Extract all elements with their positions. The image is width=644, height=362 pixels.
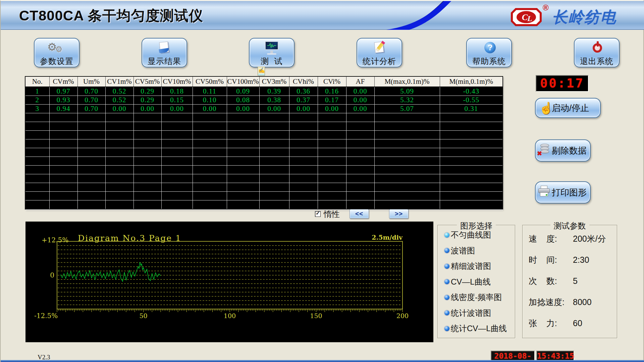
results-table-wrap: No.CVm%Um%CV1m%CV5m%CV10m%CV50m%CV100m%C… — [25, 76, 502, 209]
remove-data-button[interactable]: ✖ 剔除数据 — [535, 139, 591, 162]
graph-option-7[interactable]: 统计CV—L曲线 — [444, 323, 507, 334]
graph-option-4[interactable]: CV—L曲线 — [444, 277, 491, 287]
start-stop-button[interactable]: ☝ 启动/停止 — [535, 98, 601, 118]
table-cell — [227, 122, 259, 131]
print-graphics-button[interactable]: 打印图形 — [535, 181, 591, 203]
table-cell — [259, 192, 289, 200]
test-button[interactable]: 测 试 — [249, 38, 294, 67]
table-cell — [259, 157, 289, 166]
column-header: CVi% — [318, 76, 346, 87]
exit-system-button[interactable]: 退出系统 — [574, 38, 620, 67]
table-cell — [440, 113, 503, 122]
table-cell — [227, 174, 259, 183]
table-cell: 5.07 — [374, 105, 440, 113]
table-cell — [193, 113, 227, 122]
table-cell: 0.31 — [440, 105, 503, 113]
table-cell: 0.00 — [289, 105, 318, 113]
table-cell — [77, 157, 105, 166]
param-value: 2:30 — [573, 255, 589, 265]
inertia-checkbox[interactable]: ✓ — [315, 211, 321, 217]
table-cell — [259, 113, 289, 122]
table-cell — [25, 148, 49, 157]
table-cell: 1 — [25, 87, 49, 96]
table-cell: 0.16 — [318, 87, 346, 96]
table-cell — [77, 200, 105, 209]
column-header: CV3m% — [259, 76, 289, 87]
graph-option-6[interactable]: 统计波谱图 — [444, 308, 491, 318]
graph-option-3[interactable]: 精细波谱图 — [444, 261, 491, 271]
checkmark-icon: ✓ — [316, 210, 320, 216]
table-row[interactable]: 10.970.700.520.290.180.110.090.390.360.1… — [25, 87, 503, 96]
graph-option-2[interactable]: 波谱图 — [444, 246, 475, 256]
table-row[interactable]: 30.940.700.000.000.000.000.000.000.000.0… — [25, 105, 503, 113]
table-cell — [25, 183, 49, 192]
table-row[interactable]: 20.930.700.520.290.150.100.080.380.370.1… — [25, 96, 503, 105]
table-cell: 0.11 — [193, 87, 227, 96]
toolbar-button-label: 退出系统 — [575, 56, 619, 67]
parameter-settings-button[interactable]: ⚙⚙参数设置 — [34, 38, 79, 67]
table-cell — [105, 148, 133, 157]
table-cell: 0.97 — [49, 87, 77, 96]
param-value: 8000 — [573, 297, 592, 307]
table-cell — [374, 157, 440, 166]
table-cell — [193, 148, 227, 157]
table-cell — [318, 166, 346, 174]
company-emblem-icon: C L — [511, 8, 542, 26]
help-system-button[interactable]: ?帮助系统 — [466, 38, 512, 67]
column-header: Um% — [77, 76, 105, 87]
table-cell — [77, 192, 105, 200]
table-cell — [105, 131, 133, 139]
graph-option-1[interactable]: 不匀曲线图 — [444, 230, 491, 240]
svg-text:50: 50 — [139, 312, 147, 319]
power-icon — [575, 40, 619, 56]
page-title: CT800CA 条干均匀度测试仪 — [19, 6, 203, 25]
counter-led-display: 00:17 — [536, 75, 589, 92]
table-cell — [374, 113, 440, 122]
table-cell: -0.43 — [440, 87, 503, 96]
next-page-button[interactable]: >> — [389, 209, 409, 219]
param-label: 加捻速度: — [529, 297, 572, 308]
statistical-analysis-button[interactable]: 统计分析 — [357, 38, 402, 67]
svg-text:150: 150 — [310, 312, 322, 319]
table-cell — [49, 183, 77, 192]
inertia-label: 惰性 — [324, 209, 340, 220]
table-cell — [374, 200, 440, 209]
table-cell — [259, 139, 289, 148]
table-cell — [259, 174, 289, 183]
table-cell — [193, 131, 227, 139]
table-cell — [161, 113, 193, 122]
bottom-accent-strip — [1, 360, 644, 362]
table-cell — [346, 122, 374, 131]
table-cell: 5.32 — [374, 96, 440, 105]
table-cell: 0.00 — [161, 105, 193, 113]
table-cell: 0.00 — [346, 96, 374, 105]
column-header: CV50m% — [193, 76, 227, 87]
table-cell — [161, 183, 193, 192]
table-cell — [259, 122, 289, 131]
table-cell — [193, 200, 227, 209]
table-cell — [193, 139, 227, 148]
graph-option-5[interactable]: 线密度-频率图 — [444, 292, 502, 302]
table-cell — [133, 157, 161, 166]
results-icon — [142, 40, 186, 56]
test-param-row: 速 度:200米/分 — [529, 233, 612, 244]
table-row-empty — [25, 192, 503, 200]
table-cell — [289, 148, 318, 157]
table-cell — [227, 131, 259, 139]
table-cell — [105, 174, 133, 183]
graph-option-label: 统计波谱图 — [451, 308, 491, 318]
table-cell: 0.70 — [77, 96, 105, 105]
table-row-empty — [25, 113, 503, 122]
table-cell — [193, 192, 227, 200]
display-results-button[interactable]: 显示结果 — [142, 38, 187, 67]
table-cell — [133, 131, 161, 139]
table-cell — [374, 183, 440, 192]
param-label: 时 间: — [529, 254, 572, 265]
table-cell — [318, 131, 346, 139]
table-cell: 0.70 — [77, 87, 105, 96]
table-cell — [346, 192, 374, 200]
stats-icon — [357, 40, 401, 56]
table-cell — [259, 183, 289, 192]
table-cell — [193, 174, 227, 183]
previous-page-button[interactable]: << — [350, 209, 369, 219]
